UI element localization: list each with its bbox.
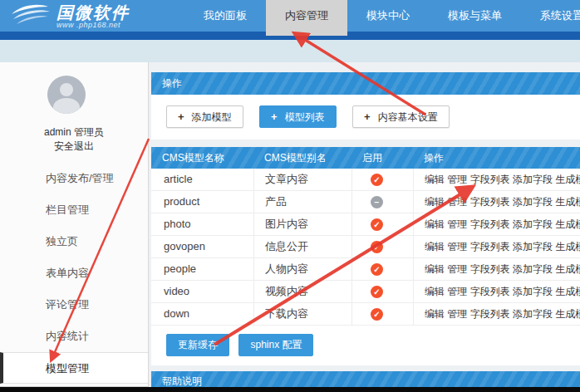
table-footer: 更新缓存 sphinx 配置 bbox=[151, 326, 580, 365]
model-alias: 下载内容 bbox=[253, 303, 351, 325]
row-action-links[interactable]: 编辑 管理 字段列表 添加字段 生成模板 导出 bbox=[413, 169, 580, 190]
plus-icon: + bbox=[178, 110, 184, 123]
model-table: CMS模型名称 CMS模型别名 启用 操作 article 文章内容 ✓ 编辑 … bbox=[151, 147, 580, 365]
sidebar-item-comments[interactable]: 评论管理 bbox=[0, 289, 148, 321]
nav-item-templates-menus[interactable]: 模板与菜单 bbox=[429, 0, 521, 32]
plus-icon: + bbox=[364, 110, 371, 123]
enabled-status-icon[interactable]: ✓ bbox=[371, 308, 383, 321]
refresh-cache-button[interactable]: 更新缓存 bbox=[166, 334, 229, 356]
model-alias: 视频内容 bbox=[253, 281, 351, 302]
model-name: down bbox=[151, 303, 253, 325]
add-model-button[interactable]: +添加模型 bbox=[166, 105, 243, 128]
sidebar-item-model-manage[interactable]: 模型管理 bbox=[0, 352, 148, 384]
enabled-status-icon[interactable]: ✓ bbox=[371, 218, 383, 231]
sidebar-item-standalone-page[interactable]: 独立页 bbox=[0, 226, 148, 257]
table-row: down 下载内容 ✓ 编辑 管理 字段列表 添加字段 生成模板 导出 bbox=[151, 303, 580, 326]
model-alias: 图片内容 bbox=[253, 213, 351, 235]
row-action-links[interactable]: 编辑 管理 字段列表 添加字段 生成模板 导出 bbox=[413, 258, 580, 280]
table-row: article 文章内容 ✓ 编辑 管理 字段列表 添加字段 生成模板 导出 bbox=[151, 169, 580, 191]
nav-item-modules[interactable]: 模块中心 bbox=[347, 0, 429, 32]
model-name: article bbox=[151, 169, 253, 190]
enabled-status-icon[interactable]: ✓ bbox=[371, 174, 383, 186]
row-action-links[interactable]: 编辑 管理 字段列表 添加字段 生成模板 导出 bbox=[413, 213, 580, 235]
nav-item-settings[interactable]: 系统设置 bbox=[521, 0, 580, 32]
row-action-links[interactable]: 编辑 管理 字段列表 添加字段 生成模板 导出 bbox=[413, 281, 580, 302]
enabled-status-icon[interactable]: ✓ bbox=[371, 241, 383, 253]
table-row: photo 图片内容 ✓ 编辑 管理 字段列表 添加字段 生成模板 导出 bbox=[151, 213, 580, 236]
logout-link[interactable]: 安全退出 bbox=[0, 140, 148, 154]
row-action-links[interactable]: 编辑 管理 字段列表 添加字段 生成模板 导出 bbox=[413, 303, 580, 325]
brand-title: 国微软件 bbox=[57, 3, 130, 22]
table-header-row: CMS模型名称 CMS模型别名 启用 操作 bbox=[151, 147, 580, 169]
enabled-status-icon[interactable]: ✓ bbox=[371, 263, 383, 276]
header-actions: 操作 bbox=[413, 147, 580, 169]
table-row: people 人物内容 ✓ 编辑 管理 字段列表 添加字段 生成模板 导出 bbox=[151, 258, 580, 281]
model-name: govopen bbox=[151, 236, 253, 257]
nav-item-dashboard[interactable]: 我的面板 bbox=[184, 0, 266, 32]
operations-panel-title: 操作 bbox=[151, 72, 580, 95]
model-name: people bbox=[151, 258, 253, 280]
sidebar-item-content-stats[interactable]: 内容统计 bbox=[0, 321, 148, 352]
main-nav: 我的面板 内容管理 模块中心 模板与菜单 系统设置 站群 bbox=[184, 0, 580, 32]
model-alias: 人物内容 bbox=[253, 258, 351, 280]
row-action-links[interactable]: 编辑 管理 字段列表 添加字段 生成模板 导出 bbox=[413, 191, 580, 213]
model-name: photo bbox=[151, 213, 253, 235]
swoosh-logo-icon bbox=[8, 2, 52, 30]
bottom-edge-strip bbox=[0, 387, 580, 392]
plus-icon: + bbox=[271, 110, 278, 123]
row-action-links[interactable]: 编辑 管理 字段列表 添加字段 生成模板 导出 bbox=[413, 236, 580, 257]
avatar-person-icon bbox=[60, 83, 73, 96]
user-avatar[interactable] bbox=[47, 76, 86, 114]
sidebar-item-category[interactable]: 栏目管理 bbox=[0, 194, 148, 226]
brand-url: www .php168.net bbox=[57, 22, 130, 29]
header-model-alias: CMS模型别名 bbox=[253, 147, 351, 169]
table-row: govopen 信息公开 ✓ 编辑 管理 字段列表 添加字段 生成模板 导出 bbox=[151, 236, 580, 258]
header-model-name: CMS模型名称 bbox=[151, 147, 253, 169]
model-alias: 产品 bbox=[253, 191, 351, 213]
model-name: video bbox=[151, 281, 253, 302]
model-alias: 文章内容 bbox=[253, 169, 351, 190]
table-row: product 产品 − 编辑 管理 字段列表 添加字段 生成模板 导出 bbox=[151, 191, 580, 213]
brand-logo[interactable]: 国微软件 www .php168.net bbox=[8, 2, 130, 30]
model-alias: 信息公开 bbox=[253, 236, 351, 257]
sidebar-menu: 内容发布/管理 栏目管理 独立页 表单内容 评论管理 内容统计 模型管理 bbox=[0, 163, 148, 384]
sidebar-item-content-publish[interactable]: 内容发布/管理 bbox=[0, 163, 148, 194]
sidebar: admin 管理员 安全退出 内容发布/管理 栏目管理 独立页 表单内容 评论管… bbox=[0, 62, 149, 387]
sidebar-item-form-content[interactable]: 表单内容 bbox=[0, 257, 148, 289]
disabled-status-icon[interactable]: − bbox=[371, 196, 383, 208]
enabled-status-icon[interactable]: ✓ bbox=[371, 286, 383, 298]
username-label: admin 管理员 bbox=[0, 125, 148, 140]
nav-item-content[interactable]: 内容管理 bbox=[266, 0, 347, 36]
header-enabled: 启用 bbox=[351, 147, 413, 169]
content-base-settings-button[interactable]: +内容基本设置 bbox=[352, 105, 450, 128]
operations-panel: 操作 +添加模型 +模型列表 +内容基本设置 bbox=[151, 72, 580, 140]
model-list-button[interactable]: +模型列表 bbox=[259, 105, 337, 128]
model-name: product bbox=[151, 191, 253, 213]
subheader-band bbox=[0, 40, 580, 62]
table-row: video 视频内容 ✓ 编辑 管理 字段列表 添加字段 生成模板 导出 bbox=[151, 281, 580, 303]
sphinx-config-button[interactable]: sphinx 配置 bbox=[238, 334, 313, 356]
